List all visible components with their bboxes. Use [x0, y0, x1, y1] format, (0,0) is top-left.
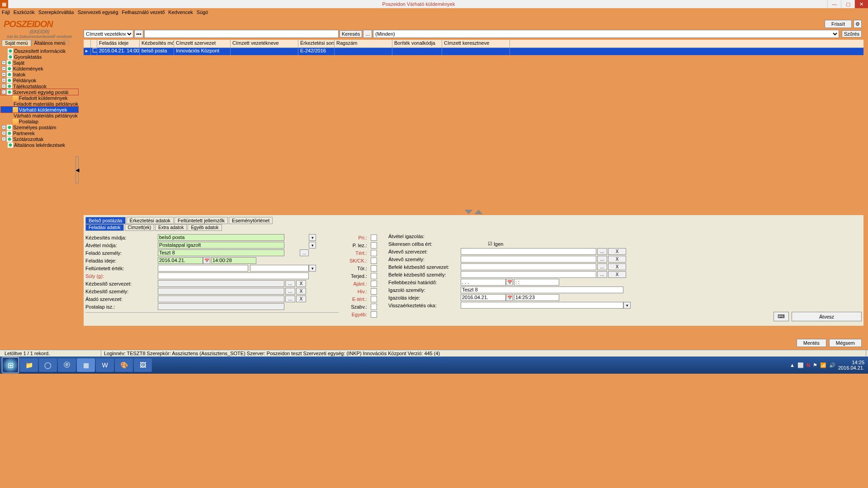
taskbar-word[interactable]: W: [96, 358, 114, 372]
tree-kuldemenyek[interactable]: +Küldemények: [1, 66, 78, 71]
tree-iratok[interactable]: +Iratok: [1, 71, 78, 77]
chk-egyeb[interactable]: [371, 311, 377, 318]
dropdown-icon[interactable]: ▾: [623, 302, 631, 309]
tree-szemelyes[interactable]: +Személyes postáim: [1, 124, 78, 130]
taskbar-explorer[interactable]: 📁: [20, 358, 38, 372]
subtab-extra[interactable]: Extra adatok: [155, 224, 187, 231]
col-feladas-ideje[interactable]: Feladás ideje: [97, 40, 140, 47]
search-field-select[interactable]: Címzett vezetékneve: [84, 30, 133, 38]
search-extra-button[interactable]: …: [363, 30, 372, 38]
grid-head-checkbox[interactable]: [91, 40, 97, 47]
taskbar-paint[interactable]: 🎨: [115, 358, 133, 372]
more-icon[interactable]: …: [285, 280, 295, 287]
megsem-button[interactable]: Mégsem: [829, 339, 862, 347]
tree-gyorsiktatas[interactable]: Gyorsiktatás: [1, 54, 78, 60]
taskbar-poszeidon[interactable]: ▦: [77, 358, 95, 372]
fld-felado[interactable]: Teszt 8: [158, 249, 284, 256]
minimize-button[interactable]: —: [827, 0, 841, 8]
chk-tert[interactable]: [371, 250, 377, 256]
col-cimzett-vezeteknev[interactable]: Címzett vezetékneve: [231, 40, 298, 47]
more-icon[interactable]: …: [285, 288, 295, 295]
close-button[interactable]: ✕: [854, 0, 868, 8]
subtab-feladasi[interactable]: Feladási adatok: [85, 224, 124, 231]
expand-icon[interactable]: +: [2, 125, 6, 129]
more-icon[interactable]: …: [597, 256, 607, 263]
dropdown-icon[interactable]: ▾: [309, 242, 316, 249]
fld-felleb-d[interactable]: . . .: [461, 279, 506, 286]
dropdown-icon[interactable]: ▾: [309, 234, 316, 241]
fld-kezbszem[interactable]: [158, 288, 284, 295]
fld-bkszem[interactable]: [461, 271, 596, 278]
fld-visszaok[interactable]: [461, 302, 623, 309]
tree-osszesitett[interactable]: Összesített információk: [1, 48, 78, 54]
fld-suly[interactable]: [158, 272, 309, 279]
chk-szabv[interactable]: [371, 304, 377, 310]
expand-icon[interactable]: +: [2, 84, 6, 88]
chk-ajanl[interactable]: [371, 281, 377, 287]
tree-sajat[interactable]: +Saját: [1, 60, 78, 66]
tab-sajat-menu[interactable]: Saját menü: [2, 40, 31, 46]
fld-felleb-t[interactable]: : :: [514, 279, 559, 286]
menu-eszkozok[interactable]: Eszközök: [14, 9, 35, 15]
keyboard-button[interactable]: ⌨: [774, 312, 789, 321]
sidebar-collapse-handle[interactable]: ◀: [75, 156, 79, 183]
fld-igido-t[interactable]: 14:25:23: [514, 294, 559, 301]
col-cimzett-szervezet[interactable]: Címzett szervezet: [174, 40, 231, 47]
clear-button[interactable]: X: [296, 280, 306, 287]
col-boritek[interactable]: Boríték vonalkódja: [392, 40, 442, 47]
chk-skck[interactable]: [371, 258, 377, 264]
settings-icon[interactable]: ⚙: [854, 20, 862, 28]
expand-icon[interactable]: +: [2, 137, 6, 141]
tree-altalanos-lekerdezesek[interactable]: Általános lekérdezések: [1, 142, 78, 148]
fld-atado[interactable]: [158, 296, 284, 302]
chk-pri[interactable]: [371, 235, 377, 241]
calendar-icon[interactable]: 📅: [506, 279, 513, 286]
fld-igido-d[interactable]: 2016.04.21.: [461, 294, 506, 301]
calendar-icon[interactable]: 📅: [203, 257, 210, 264]
tree-szotarozottak[interactable]: +Szótározottak: [1, 136, 78, 142]
expand-icon[interactable]: +: [2, 61, 6, 65]
subtab-egyeb[interactable]: Egyéb adatok: [188, 224, 222, 231]
fld-kezbesites[interactable]: belső posta: [158, 234, 284, 241]
tree-feladott-kuld[interactable]: Feladott küldemények: [1, 95, 78, 101]
atvesz-button[interactable]: Átvesz: [792, 312, 862, 321]
subtab-cimzettek[interactable]: Címzett(ek): [125, 224, 155, 231]
tab-feltuntetett[interactable]: Feltüntetett jellemzők: [175, 217, 228, 224]
tab-erkeztetesi[interactable]: Érkeztetési adatok: [127, 217, 174, 224]
clear-button[interactable]: X: [296, 296, 306, 302]
tree-postalap[interactable]: Postalap: [1, 118, 78, 124]
refresh-button[interactable]: Frissít: [825, 20, 852, 28]
tab-altalanos-menu[interactable]: Általános menü: [31, 40, 69, 46]
calendar-icon[interactable]: 📅: [506, 294, 513, 301]
search-button[interactable]: Keresés: [340, 30, 362, 38]
expand-icon[interactable]: +: [2, 78, 6, 82]
clear-button[interactable]: X: [608, 263, 626, 270]
tree-varhato-kuld[interactable]: Várható küldemények: [1, 107, 78, 113]
chk-tor[interactable]: [371, 265, 377, 272]
chk-terjed[interactable]: [371, 273, 377, 279]
tree-partnerek[interactable]: +Partnerek: [1, 130, 78, 136]
clear-button[interactable]: X: [608, 256, 626, 263]
col-cimzett-keresztnev[interactable]: Címzett keresztneve: [442, 40, 510, 47]
tab-esemenytortenet[interactable]: Eseménytörténet: [229, 217, 273, 224]
tray-icon[interactable]: N: [807, 362, 810, 368]
tree-szervezeti-postai[interactable]: −Szervezeti egység postái: [1, 89, 78, 95]
tray-icon[interactable]: ⬜: [797, 362, 804, 368]
mentes-button[interactable]: Mentés: [797, 339, 826, 347]
fld-feltuntetett[interactable]: [158, 265, 248, 272]
fld-kezbszerv[interactable]: [158, 280, 284, 287]
menu-sugo[interactable]: Súgó: [197, 9, 208, 15]
chk-etert[interactable]: [371, 296, 377, 302]
chk-hiv[interactable]: [371, 288, 377, 295]
tree-peldanyok[interactable]: +Példányok: [1, 77, 78, 83]
fld-atvszerv[interactable]: [461, 248, 596, 255]
taskbar-clock[interactable]: 14:25 2016.04.21.: [838, 360, 866, 371]
tray-flag-icon[interactable]: ⚑: [813, 362, 817, 368]
grid-head-expand[interactable]: [84, 40, 91, 47]
expand-icon[interactable]: +: [2, 66, 6, 70]
expand-icon[interactable]: +: [2, 72, 6, 76]
menu-kedvencek[interactable]: Kedvencek: [168, 9, 193, 15]
fld-igszem[interactable]: Teszt 8: [461, 286, 623, 293]
split-arrows[interactable]: [79, 210, 868, 214]
more-icon[interactable]: …: [285, 296, 295, 302]
